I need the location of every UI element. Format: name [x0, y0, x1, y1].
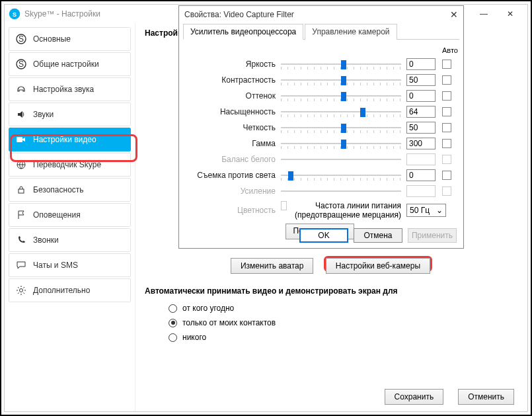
white-balance-auto-checkbox: [442, 155, 451, 164]
white-balance-slider: [281, 154, 401, 165]
sidebar-item-video[interactable]: Настройки видео: [9, 128, 131, 151]
brightness-slider[interactable]: [281, 59, 401, 69]
sidebar-item-audio[interactable]: Настройка звука: [9, 77, 131, 101]
saturation-auto-checkbox[interactable]: [442, 107, 451, 116]
backlight-auto-checkbox[interactable]: [442, 171, 451, 180]
dialog-titlebar: Свойства: Video Capture Filter ✕: [179, 6, 463, 23]
white-balance-label: Баланс белого: [183, 155, 276, 164]
sidebar-item-general[interactable]: S Общие настройки: [9, 52, 131, 76]
backlight-value[interactable]: 0: [406, 169, 436, 181]
auto-column-header: Авто: [442, 46, 457, 54]
sharpness-auto-checkbox[interactable]: [442, 123, 451, 132]
sidebar-item-security[interactable]: Безопасность: [9, 178, 131, 202]
select-value: 50 Гц: [410, 206, 430, 215]
minimize-button[interactable]: —: [471, 6, 497, 22]
svg-text:S: S: [13, 11, 17, 18]
svg-rect-8: [19, 189, 24, 193]
sidebar-item-label: Дополнительно: [33, 286, 90, 295]
sidebar-item-alerts[interactable]: Оповещения: [9, 203, 131, 227]
contrast-slider[interactable]: [281, 75, 401, 85]
saturation-label: Насыщенность: [183, 107, 276, 116]
saturation-slider[interactable]: [281, 106, 401, 117]
sidebar-item-sounds[interactable]: Звуки: [9, 103, 131, 126]
radio-icon: [169, 333, 177, 342]
sharpness-slider[interactable]: [281, 122, 401, 133]
brightness-label: Яркость: [183, 60, 276, 69]
gamma-slider[interactable]: [281, 138, 401, 149]
color-enable-label: Цветность: [183, 206, 276, 215]
skype-icon: S: [16, 59, 26, 69]
brightness-value[interactable]: 0: [406, 58, 436, 70]
sidebar-item-label: Настройка звука: [33, 85, 94, 94]
radio-icon: [169, 304, 177, 313]
sidebar-item-label: Основные: [33, 34, 71, 44]
sidebar-item-chat[interactable]: Чаты и SMS: [9, 253, 131, 277]
dialog-ok-button[interactable]: OK: [299, 228, 348, 243]
gain-slider: [281, 186, 401, 196]
dialog-title: Свойства: Video Capture Filter: [184, 10, 294, 19]
sharpness-value[interactable]: 50: [406, 122, 436, 134]
gamma-value[interactable]: 300: [406, 138, 436, 149]
sidebar-item-label: Общие настройки: [33, 60, 99, 69]
hue-label: Оттенок: [183, 91, 276, 101]
cancel-button[interactable]: Отменить: [458, 389, 514, 405]
svg-point-9: [20, 289, 23, 292]
svg-text:S: S: [19, 60, 24, 69]
hue-value[interactable]: 0: [406, 90, 436, 102]
sidebar-item-label: Звонки: [33, 235, 59, 245]
hue-slider[interactable]: [281, 91, 401, 101]
hue-auto-checkbox[interactable]: [442, 91, 451, 101]
sidebar-item-advanced[interactable]: Дополнительно: [9, 278, 131, 302]
sharpness-label: Четкость: [183, 123, 276, 132]
video-capture-filter-dialog: Свойства: Video Capture Filter ✕ Усилите…: [178, 5, 464, 249]
contrast-value[interactable]: 50: [406, 74, 436, 86]
skype-logo-icon: S: [9, 8, 20, 20]
contrast-label: Контрастность: [183, 75, 276, 85]
brightness-auto-checkbox[interactable]: [442, 60, 451, 69]
sidebar-item-calls[interactable]: Звонки: [9, 228, 131, 252]
save-button[interactable]: Сохранить: [385, 389, 444, 405]
sidebar-item-label: Безопасность: [33, 185, 84, 194]
webcam-settings-button[interactable]: Настройки веб-камеры: [326, 258, 430, 274]
sidebar-item-label: Настройки видео: [33, 135, 96, 144]
flag-icon: [16, 210, 26, 220]
saturation-value[interactable]: 64: [406, 106, 436, 118]
lock-icon: [16, 185, 26, 195]
change-avatar-button[interactable]: Изменить аватар: [231, 258, 314, 274]
camera-icon: [16, 134, 26, 145]
sidebar-item-translator[interactable]: Переводчик Skype: [9, 153, 131, 177]
globe-icon: [16, 159, 26, 170]
close-button[interactable]: ✕: [497, 6, 523, 22]
tab-video-amp[interactable]: Усилитель видеопроцессора: [183, 24, 303, 40]
powerline-freq-select[interactable]: 50 Гц ⌄: [406, 204, 446, 217]
tab-camera-control[interactable]: Управление камерой: [305, 24, 397, 40]
sidebar-item-label: Чаты и SMS: [33, 261, 78, 270]
dialog-cancel-button[interactable]: Отмена: [354, 228, 402, 243]
chat-icon: [16, 260, 26, 270]
chevron-down-icon: ⌄: [436, 206, 443, 215]
radio-label: от кого угодно: [182, 304, 234, 313]
dialog-close-button[interactable]: ✕: [450, 9, 458, 20]
white-balance-value: [406, 153, 436, 165]
radio-nobody[interactable]: никого: [169, 333, 518, 342]
contrast-auto-checkbox[interactable]: [442, 75, 451, 85]
headset-icon: [16, 84, 26, 95]
gain-label: Усиление: [183, 187, 276, 196]
skype-icon: S: [16, 34, 26, 44]
gain-value: [406, 185, 436, 197]
color-enable-checkbox: [281, 201, 287, 210]
sidebar-item-main[interactable]: S Основные: [9, 27, 131, 51]
radio-label: только от моих контактов: [182, 318, 276, 327]
radio-contacts[interactable]: только от моих контактов: [169, 318, 518, 327]
powerline-freq-label: Частота линии питания (предотвращение ме…: [292, 201, 401, 220]
gear-icon: [16, 285, 26, 296]
auto-receive-title: Автоматически принимать видео и демонстр…: [145, 286, 518, 296]
sidebar-item-label: Переводчик Skype: [33, 160, 101, 169]
highlight-annotation: Настройки веб-камеры: [324, 256, 432, 272]
gamma-auto-checkbox[interactable]: [442, 139, 451, 148]
radio-anyone[interactable]: от кого угодно: [169, 304, 518, 313]
svg-text:S: S: [19, 34, 24, 44]
gamma-label: Гамма: [183, 139, 276, 148]
backlight-slider[interactable]: [281, 170, 401, 181]
backlight-label: Съемка против света: [183, 171, 276, 180]
